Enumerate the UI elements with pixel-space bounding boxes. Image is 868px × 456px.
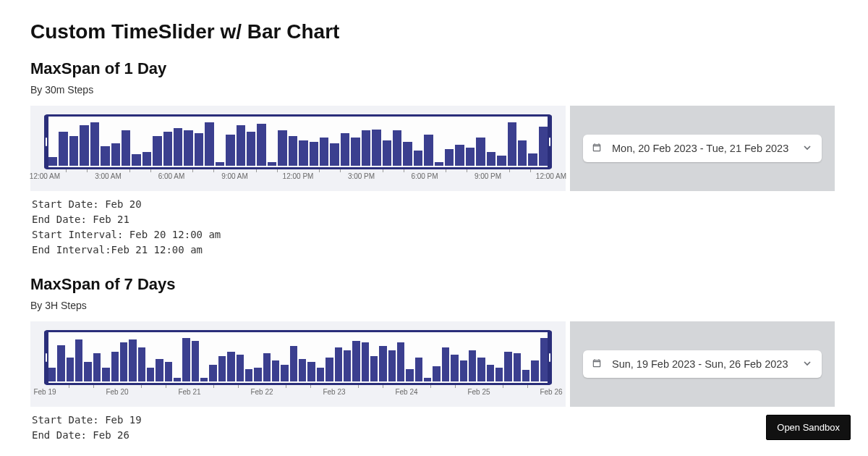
xaxis-tick: Feb 25 (467, 388, 490, 396)
bar (352, 341, 359, 381)
bar (514, 353, 521, 381)
section1-chart-cell: 12:00 AM3:00 AM6:00 AM9:00 AM12:00 PM3:0… (30, 106, 566, 191)
xaxis-tick: 9:00 AM (221, 172, 248, 180)
bar (307, 362, 315, 381)
bar (278, 130, 286, 166)
bar (102, 368, 109, 381)
bar (341, 133, 349, 166)
bar (504, 352, 511, 381)
bar (424, 135, 433, 166)
bar (433, 366, 440, 381)
bar (531, 360, 538, 381)
bar (48, 368, 56, 381)
xaxis-tick: Feb 19 (33, 388, 56, 396)
bar (435, 162, 443, 166)
bar (237, 125, 245, 166)
bar (257, 124, 265, 166)
section2-handle-left[interactable] (44, 331, 48, 384)
bar (182, 338, 190, 381)
section1-handle-left[interactable] (44, 115, 48, 169)
bar (320, 138, 328, 166)
bar (508, 122, 516, 166)
bar (254, 368, 261, 381)
bar (200, 378, 208, 381)
bar (487, 152, 495, 166)
bar (393, 130, 401, 166)
bar (388, 350, 396, 381)
calendar-icon (592, 358, 602, 371)
bar (290, 346, 297, 381)
xaxis-tick: 12:00 AM (30, 172, 60, 180)
bar (93, 353, 101, 381)
bar (522, 370, 529, 381)
section2-panel: Feb 19Feb 20Feb 21Feb 22Feb 23Feb 24Feb … (30, 321, 835, 407)
bar (370, 356, 378, 381)
section2-daterange-picker[interactable]: Sun, 19 Feb 2023 - Sun, 26 Feb 2023 (583, 350, 822, 378)
xaxis-tick: 3:00 PM (348, 172, 375, 180)
xaxis-tick: Feb 23 (323, 388, 345, 396)
bar (281, 365, 288, 381)
section2-daterange-label: Sun, 19 Feb 2023 - Sun, 26 Feb 2023 (612, 358, 801, 370)
bar (397, 342, 404, 381)
bar (383, 140, 391, 166)
bar (539, 127, 548, 166)
bar (442, 347, 449, 381)
section1-bars (48, 117, 548, 166)
bar (80, 125, 88, 166)
bar (156, 359, 163, 381)
bar (477, 358, 485, 381)
bar (129, 339, 136, 381)
bar (424, 378, 431, 381)
bar (455, 145, 464, 166)
section1-handle-right[interactable] (548, 115, 552, 169)
open-sandbox-button[interactable]: Open Sandbox (766, 415, 851, 440)
bar (379, 346, 386, 381)
bar (184, 130, 192, 166)
bar (163, 132, 172, 166)
xaxis-tick: 9:00 PM (475, 172, 501, 180)
bar (451, 355, 458, 381)
section1-daterange-picker[interactable]: Mon, 20 Feb 2023 - Tue, 21 Feb 2023 (583, 135, 822, 162)
bar (497, 156, 506, 166)
xaxis-tick: Feb 22 (250, 388, 273, 396)
bar (142, 152, 151, 166)
section2-side-cell: Sun, 19 Feb 2023 - Sun, 26 Feb 2023 (570, 321, 835, 407)
bar (192, 341, 199, 381)
bar (209, 365, 216, 381)
xaxis-tick: 12:00 AM (536, 172, 566, 180)
bar (299, 140, 307, 166)
section2-range-selector[interactable] (45, 330, 551, 385)
bar (195, 133, 203, 166)
calendar-icon (592, 143, 602, 155)
bar (132, 154, 140, 166)
bar (466, 148, 475, 166)
section1-panel: 12:00 AM3:00 AM6:00 AM9:00 AM12:00 PM3:0… (30, 106, 835, 191)
bar (218, 356, 226, 381)
section2-handle-right[interactable] (548, 331, 552, 384)
bar (487, 365, 494, 381)
bar (299, 359, 306, 381)
xaxis-tick: 3:00 AM (95, 172, 122, 180)
section1-range-selector[interactable] (45, 114, 551, 169)
xaxis-tick: Feb 24 (395, 388, 417, 396)
bar (101, 146, 109, 166)
bar (138, 347, 145, 381)
bar (344, 350, 351, 381)
bar (518, 140, 527, 166)
bar (90, 122, 99, 166)
bar (111, 143, 120, 166)
bar (174, 378, 181, 381)
bar (122, 130, 130, 166)
xaxis-tick: Feb 26 (540, 388, 562, 396)
bar (335, 347, 342, 381)
section2-info: Start Date: Feb 19 End Date: Feb 26 (32, 413, 868, 443)
bar (147, 368, 154, 381)
bar (351, 138, 359, 166)
bar (540, 338, 548, 381)
bar (84, 362, 91, 381)
section1-heading: MaxSpan of 1 Day (30, 59, 868, 78)
bar (415, 358, 422, 381)
bar (247, 132, 255, 166)
bar (48, 157, 57, 166)
xaxis-tick: Feb 21 (178, 388, 200, 396)
